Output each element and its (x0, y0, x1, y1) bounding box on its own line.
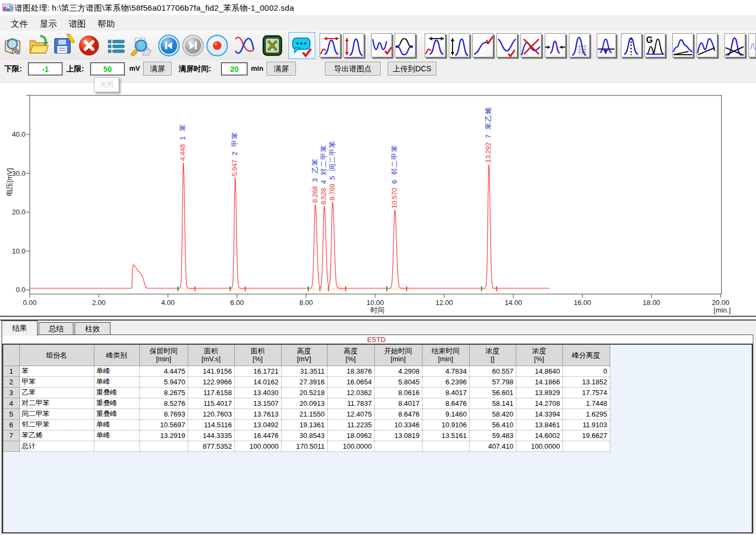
svg-text:40.0: 40.0 (12, 130, 25, 138)
svg-text:G: G (646, 35, 653, 44)
svg-text:8.769 5 间二甲苯: 8.769 5 间二甲苯 (328, 140, 336, 200)
svg-text:12.00: 12.00 (435, 299, 453, 307)
svg-text:8.268 3 乙苯: 8.268 3 乙苯 (311, 158, 319, 203)
svg-text:14.00: 14.00 (505, 299, 522, 307)
svg-text:0.00: 0.00 (23, 299, 36, 307)
svg-text:8.00: 8.00 (299, 299, 313, 307)
svg-text:10.00: 10.00 (366, 299, 384, 307)
svg-text:8.528 4 对二甲苯: 8.528 4 对二甲苯 (320, 144, 328, 204)
svg-text:4.00: 4.00 (161, 299, 175, 307)
svg-text:2.00: 2.00 (92, 299, 106, 307)
svg-text:0.0: 0.0 (16, 286, 25, 294)
svg-text:18.00: 18.00 (643, 299, 661, 307)
svg-text:13.292 7 苯乙烯: 13.292 7 苯乙烯 (484, 107, 492, 163)
svg-text:6.00: 6.00 (230, 299, 243, 307)
svg-text:30.0: 30.0 (12, 169, 25, 177)
svg-text:20.0: 20.0 (12, 208, 25, 216)
svg-text:电压[mV]: 电压[mV] (5, 168, 13, 197)
svg-text:5.947 2 甲苯: 5.947 2 甲苯 (231, 131, 239, 176)
svg-text:时间: 时间 (370, 306, 384, 314)
svg-text:10.0: 10.0 (12, 247, 25, 255)
svg-text:10.570 6 邻二甲苯: 10.570 6 邻二甲苯 (390, 144, 398, 208)
svg-text:4.448 1 苯: 4.448 1 苯 (179, 124, 187, 161)
svg-text:20.00: 20.00 (712, 299, 730, 307)
svg-text:16.00: 16.00 (574, 299, 591, 307)
svg-text:[min.]: [min.] (714, 306, 731, 314)
